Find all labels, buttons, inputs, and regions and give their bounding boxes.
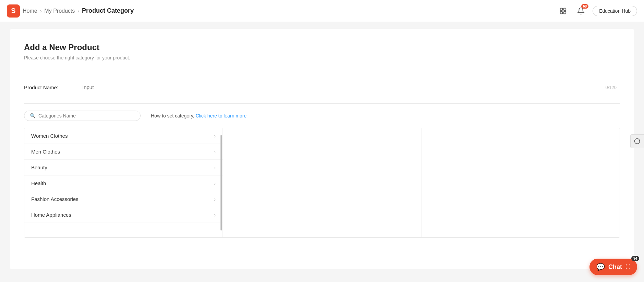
category-label: Women Clothes [31, 133, 68, 139]
breadcrumb: Home › My Products › Product Category [23, 7, 134, 14]
product-name-label: Product Name: [24, 84, 79, 90]
svg-rect-3 [564, 11, 566, 13]
chevron-right-icon: › [214, 212, 216, 218]
breadcrumb-sep-1: › [40, 8, 42, 14]
breadcrumb-sep-2: › [77, 8, 79, 14]
category-top: 🔍 How to set category, Click here to lea… [24, 111, 620, 121]
category-search-input[interactable] [38, 113, 135, 119]
chat-icon: 💬 [596, 263, 605, 271]
list-item[interactable]: Home Appliances › [24, 207, 223, 223]
notification-badge: 68 [581, 4, 588, 9]
divider-1 [24, 71, 620, 71]
header-left: S Home › My Products › Product Category [7, 4, 557, 18]
learn-more-link[interactable]: Click here to learn more [195, 113, 247, 119]
category-section: 🔍 How to set category, Click here to lea… [24, 111, 620, 238]
page-title: Add a New Product [24, 43, 620, 52]
chat-label: Chat [608, 263, 622, 271]
product-name-input[interactable] [79, 81, 620, 93]
svg-point-4 [635, 138, 640, 144]
divider-2 [24, 103, 620, 104]
shopee-logo[interactable]: S [7, 4, 20, 18]
list-item[interactable]: Men Clothes › [24, 144, 223, 160]
category-col-2 [223, 128, 421, 237]
category-label: Home Appliances [31, 212, 71, 218]
breadcrumb-home[interactable]: Home [23, 8, 37, 14]
chevron-right-icon: › [214, 149, 216, 155]
char-count: 0/120 [605, 84, 617, 90]
grid-icon[interactable] [557, 5, 569, 17]
category-label: Fashion Accessories [31, 196, 79, 202]
chat-button[interactable]: 94 💬 Chat ⛶ [589, 259, 637, 275]
svg-rect-1 [564, 8, 566, 10]
breadcrumb-my-products[interactable]: My Products [44, 8, 75, 14]
expand-icon: ⛶ [625, 264, 630, 270]
category-label: Men Clothes [31, 149, 60, 155]
scroll-indicator [220, 135, 222, 230]
education-hub-button[interactable]: Education Hub [593, 6, 637, 16]
float-right-button[interactable] [630, 134, 644, 148]
list-item[interactable]: Health › [24, 176, 223, 191]
category-label: Beauty [31, 165, 47, 170]
chevron-right-icon: › [214, 196, 216, 202]
product-name-input-wrapper: 0/120 [79, 81, 620, 93]
svg-rect-0 [560, 8, 562, 10]
category-help-text: How to set category, Click here to learn… [151, 113, 247, 119]
category-col-1: Women Clothes › Men Clothes › Beauty › H… [24, 128, 223, 237]
list-item[interactable]: Women Clothes › [24, 128, 223, 144]
page-subtitle: Please choose the right category for you… [24, 55, 620, 60]
chat-badge: 94 [631, 256, 639, 261]
category-columns: Women Clothes › Men Clothes › Beauty › H… [24, 128, 620, 238]
product-name-row: Product Name: 0/120 [24, 81, 620, 93]
breadcrumb-current: Product Category [82, 7, 134, 14]
category-search-box[interactable]: 🔍 [24, 111, 141, 121]
category-col-3 [421, 128, 620, 237]
list-item[interactable]: Fashion Accessories › [24, 191, 223, 207]
chevron-right-icon: › [214, 133, 216, 139]
svg-rect-2 [560, 11, 562, 13]
list-item[interactable]: Beauty › [24, 160, 223, 176]
header: S Home › My Products › Product Category … [0, 0, 644, 22]
header-right: 68 Education Hub [557, 5, 637, 17]
search-icon: 🔍 [30, 113, 36, 119]
chevron-right-icon: › [214, 165, 216, 170]
chevron-right-icon: › [214, 181, 216, 186]
category-label: Health [31, 180, 46, 186]
main-content: Add a New Product Please choose the righ… [10, 29, 634, 269]
notification-button[interactable]: 68 [575, 5, 587, 17]
